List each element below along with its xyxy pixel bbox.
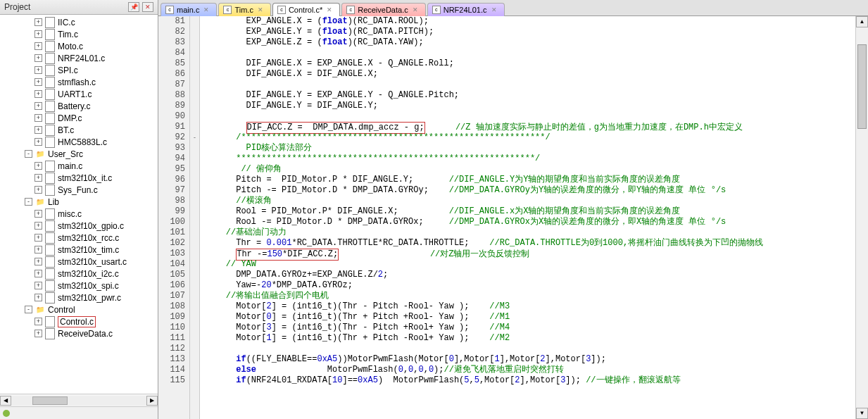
tree-file[interactable]: +stm32f10x_i2c.c [0, 268, 158, 280]
tree-twisty-icon[interactable]: + [34, 246, 42, 254]
tab-close-icon[interactable]: ✕ [203, 6, 209, 13]
tree-file[interactable]: +stm32f10x_it.c [0, 172, 158, 184]
tree-twisty-icon[interactable]: + [34, 54, 42, 62]
code-line[interactable]: Rool -= PID_Motor.D * DMP_DATA.GYROx; //… [206, 217, 855, 227]
code-line[interactable] [206, 111, 855, 122]
scroll-thumb[interactable] [32, 396, 68, 405]
tree-twisty-icon[interactable]: + [34, 42, 42, 50]
scroll-up-arrow[interactable]: ▲ [856, 16, 868, 27]
fold-column[interactable]: - [190, 16, 200, 419]
tree-twisty-icon[interactable]: + [34, 318, 42, 325]
code-line[interactable]: DMP_DATA.GYROz+=EXP_ANGLE.Z/2; [206, 270, 855, 280]
tab-close-icon[interactable]: ✕ [413, 6, 418, 13]
code-content[interactable]: EXP_ANGLE.X = (float)(RC_DATA.ROOL); EXP… [200, 16, 855, 419]
tree-file[interactable]: +HMC5883L.c [0, 136, 158, 148]
tree-twisty-icon[interactable]: + [34, 90, 42, 98]
tree-twisty-icon[interactable]: + [34, 30, 42, 38]
tree-file[interactable]: +Sys_Fun.c [0, 184, 158, 196]
code-line[interactable]: DIF_ANGLE.Y = EXP_ANGLE.Y - Q_ANGLE.Pitc… [206, 90, 855, 101]
tree-file[interactable]: +BT.c [0, 124, 158, 136]
tree-file[interactable]: +Control.c [0, 315, 158, 327]
tree-folder[interactable]: -📁User_Src [0, 148, 158, 160]
tree-twisty-icon[interactable]: + [34, 114, 42, 122]
code-line[interactable]: Thr = 0.001*RC_DATA.THROTTLE*RC_DATA.THR… [206, 238, 855, 249]
tree-file[interactable]: +stm32f10x_pwr.c [0, 292, 158, 304]
tree-twisty-icon[interactable]: - [25, 198, 32, 206]
scroll-right-arrow[interactable]: ▶ [146, 396, 158, 406]
fold-toggle[interactable]: - [190, 132, 199, 143]
code-line[interactable]: else MotorPwmFlash(0,0,0,0);//避免飞机落地重启时突… [206, 365, 855, 375]
code-line[interactable]: EXP_ANGLE.X = (float)(RC_DATA.ROOL); [206, 16, 855, 27]
tree-file[interactable]: +NRF24L01.c [0, 52, 158, 64]
code-line[interactable]: if((FLY_ENABLE==0xA5))MotorPwmFlash(Moto… [206, 354, 855, 365]
tree-twisty-icon[interactable]: + [34, 210, 42, 218]
code-line[interactable]: Rool = PID_Motor.P* DIF_ANGLE.X; //DIF_A… [206, 206, 855, 217]
tree-twisty-icon[interactable]: + [34, 234, 42, 242]
code-line[interactable]: Thr -=150*DIF_ACC.Z; //对Z轴用一次负反馈控制 [206, 249, 855, 259]
tree-twisty-icon[interactable]: + [34, 282, 42, 289]
tree-twisty-icon[interactable]: + [34, 162, 42, 170]
code-line[interactable]: Yaw=-20*DMP_DATA.GYROz; [206, 280, 855, 291]
code-line[interactable]: // 俯仰角 [206, 164, 855, 175]
tree-twisty-icon[interactable]: + [34, 186, 42, 194]
tree-twisty-icon[interactable]: + [34, 18, 42, 26]
tree-folder[interactable]: -📁Lib [0, 196, 158, 208]
editor-tab[interactable]: cmain.c✕ [161, 3, 217, 16]
tree-file[interactable]: +stmflash.c [0, 76, 158, 88]
tree-file[interactable]: +Tim.c [0, 28, 158, 40]
scroll-thumb-v[interactable] [857, 44, 867, 129]
tree-file[interactable]: +stm32f10x_tim.c [0, 244, 158, 256]
tree-twisty-icon[interactable]: - [25, 306, 32, 313]
code-line[interactable]: Motor[1] = (int16_t)(Thr + Pitch -Rool+ … [206, 333, 855, 344]
code-line[interactable]: DIF_ANGLE.X = DIF_ANGLE.X; [206, 69, 855, 80]
editor-tab[interactable]: cReceiveData.c✕ [341, 3, 426, 16]
tree-twisty-icon[interactable]: + [34, 294, 42, 301]
code-line[interactable] [206, 344, 855, 354]
tab-close-icon[interactable]: ✕ [491, 6, 497, 13]
tree-file[interactable]: +SPI.c [0, 64, 158, 76]
scroll-left-arrow[interactable]: ◀ [0, 396, 11, 406]
tree-twisty-icon[interactable]: + [34, 222, 42, 230]
code-line[interactable]: //基础油门动力 [206, 227, 855, 238]
tree-twisty-icon[interactable]: + [34, 258, 42, 265]
code-line[interactable]: DIF_ANGLE.Y = DIF_ANGLE.Y; [206, 101, 855, 111]
tree-twisty-icon[interactable]: + [34, 330, 42, 337]
tree-file[interactable]: +Battery.c [0, 100, 158, 112]
editor-tab[interactable]: cTim.c✕ [218, 3, 270, 16]
code-line[interactable]: Motor[3] = (int16_t)(Thr - Pitch +Rool+ … [206, 323, 855, 333]
code-line[interactable]: DIF_ANGLE.X = EXP_ANGLE.X - Q_ANGLE.Roll… [206, 58, 855, 69]
tree-file[interactable]: +Moto.c [0, 40, 158, 52]
code-line[interactable]: EXP_ANGLE.Y = (float)(RC_DATA.PITCH); [206, 27, 855, 37]
tab-close-icon[interactable]: ✕ [258, 6, 263, 13]
tree-file[interactable]: +ReceiveData.c [0, 327, 158, 339]
code-line[interactable]: // YAW [206, 259, 855, 270]
code-line[interactable]: if(NRF24L01_RXDATA[10]==0xA5) MotorPwmFl… [206, 375, 855, 386]
tree-twisty-icon[interactable]: + [34, 174, 42, 182]
code-line[interactable]: ****************************************… [206, 154, 855, 164]
code-line[interactable]: Motor[2] = (int16_t)(Thr - Pitch -Rool- … [206, 301, 855, 312]
tree-file[interactable]: +stm32f10x_spi.c [0, 280, 158, 292]
editor-vertical-scrollbar[interactable]: ▲ ▼ [855, 16, 868, 419]
tree-twisty-icon[interactable]: - [25, 150, 32, 158]
tree-twisty-icon[interactable]: + [34, 270, 42, 277]
code-line[interactable] [206, 48, 855, 58]
code-line[interactable]: //将输出值融合到四个电机 [206, 291, 855, 301]
code-line[interactable] [206, 80, 855, 90]
code-line[interactable]: PID核心算法部分 [206, 143, 855, 154]
code-line[interactable]: Pitch = PID_Motor.P * DIF_ANGLE.Y; //DIF… [206, 175, 855, 185]
tree-folder[interactable]: -📁Control [0, 304, 158, 315]
tree-file[interactable]: +misc.c [0, 208, 158, 220]
code-line[interactable]: DIF_ACC.Z = DMP_DATA.dmp_accz - g; //Z 轴… [206, 122, 855, 132]
tree-twisty-icon[interactable]: + [34, 138, 42, 146]
tree-file[interactable]: +stm32f10x_usart.c [0, 256, 158, 268]
tree-twisty-icon[interactable]: + [34, 102, 42, 110]
tree-file[interactable]: +UART1.c [0, 88, 158, 100]
code-line[interactable]: Motor[0] = (int16_t)(Thr + Pitch +Rool- … [206, 312, 855, 323]
editor-tab[interactable]: cNRF24L01.c✕ [427, 3, 505, 16]
panel-pin-button[interactable]: 📌 [128, 2, 139, 12]
tree-file[interactable]: +stm32f10x_rcc.c [0, 232, 158, 244]
tree-twisty-icon[interactable]: + [34, 126, 42, 134]
code-line[interactable]: /***************************************… [206, 132, 855, 143]
code-line[interactable]: EXP_ANGLE.Z = (float)(RC_DATA.YAW); [206, 37, 855, 48]
tree-file[interactable]: +main.c [0, 160, 158, 172]
